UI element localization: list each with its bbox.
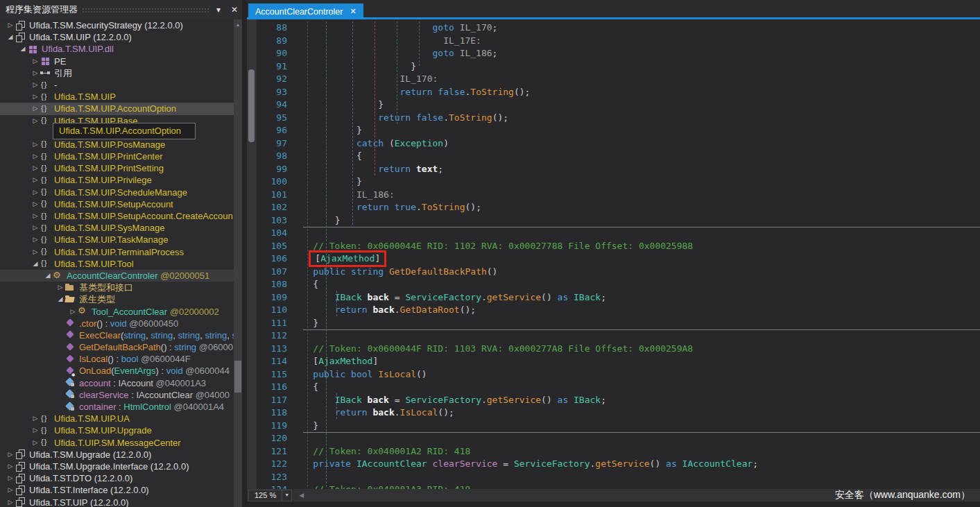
expander-collapsed-icon[interactable]: ▷ xyxy=(31,139,40,151)
code-line[interactable]: 117 IBack back = ServiceFactory.getServi… xyxy=(257,394,980,407)
expander-expanded-icon[interactable]: ◢ xyxy=(43,270,53,282)
code-pane[interactable]: 88 goto IL_170;89 IL_17E:90 goto IL_186;… xyxy=(257,19,980,489)
code-line[interactable]: 107 public string GetDefaultBackPath() xyxy=(257,266,980,279)
tree-scrollbar[interactable]: ▲ xyxy=(234,19,242,507)
expander-collapsed-icon[interactable]: ▷ xyxy=(31,151,40,162)
code-line[interactable]: 116 { xyxy=(257,381,980,394)
code-line[interactable]: 110 return back.GetDataRoot(); xyxy=(257,304,980,317)
code-line[interactable]: 102 return true.ToString(); xyxy=(257,201,980,214)
expander-collapsed-icon[interactable]: ▷ xyxy=(31,246,40,258)
scroll-up-icon[interactable]: ▲ xyxy=(234,22,242,27)
expander-collapsed-icon[interactable]: ▷ xyxy=(6,461,15,472)
scrollbar-thumb[interactable] xyxy=(248,69,255,142)
expander-expanded-icon[interactable]: ◢ xyxy=(18,43,28,55)
tree-row[interactable]: ▷Ufida.T.SM.Upgrade.Interface (12.2.0.0) xyxy=(0,461,234,472)
tree-row[interactable]: ▷Ufida.T.SM.UIP.PosManage xyxy=(0,139,234,151)
expander-collapsed-icon[interactable]: ▷ xyxy=(31,79,40,91)
tree-row[interactable]: account : IAccount @040001A3 xyxy=(0,377,234,389)
code-line[interactable]: 122 private IAccountClear clearService =… xyxy=(257,458,980,471)
expander-collapsed-icon[interactable]: ▷ xyxy=(6,497,15,507)
code-line[interactable]: 112 xyxy=(257,329,980,343)
expander-expanded-icon[interactable]: ◢ xyxy=(55,293,65,305)
tree-row[interactable]: ▷引用 xyxy=(0,67,234,79)
code-line[interactable]: 104 xyxy=(257,227,980,240)
code-line[interactable]: 103 } xyxy=(257,214,980,227)
expander-collapsed-icon[interactable]: ▷ xyxy=(31,174,40,186)
tree-row[interactable]: ▷Ufida.T.SM.UIP.PrintCenter xyxy=(0,151,234,162)
code-line[interactable]: 123 xyxy=(257,471,980,484)
expander-expanded-icon[interactable]: ◢ xyxy=(6,31,15,43)
panel-divider[interactable] xyxy=(242,0,247,507)
tree-row[interactable]: ▷Ufida.T.SM.UIP.UA xyxy=(0,413,234,424)
tree-row[interactable]: ▷Ufida.T.SM.UIP.Privilege xyxy=(0,174,234,186)
expander-collapsed-icon[interactable]: ▷ xyxy=(31,187,40,198)
tree-row[interactable]: clearService : IAccountClear @04000 xyxy=(0,389,234,401)
zoom-level[interactable]: 125 % xyxy=(248,490,282,501)
tree-row[interactable]: ▷Ufida.T.SM.SecurityStrategy (12.2.0.0) xyxy=(0,19,234,31)
code-line[interactable]: 96 } xyxy=(257,124,980,137)
code-line[interactable]: 99 return text; xyxy=(257,163,980,176)
tree-row[interactable]: ▷Ufida.T.SM.UIP xyxy=(0,91,234,103)
panel-header[interactable]: 程序集资源管理器 ▾ ✕ xyxy=(0,0,242,19)
expander-collapsed-icon[interactable]: ▷ xyxy=(31,103,40,114)
expander-collapsed-icon[interactable]: ▷ xyxy=(55,282,65,293)
code-line[interactable]: 120 xyxy=(257,432,980,445)
code-line[interactable]: 121 // Token: 0x040001A2 RID: 418 xyxy=(257,445,980,458)
code-line[interactable]: 114 [AjaxMethod] xyxy=(257,355,980,368)
expander-collapsed-icon[interactable]: ▷ xyxy=(31,210,40,222)
tree-row[interactable]: ▷Ufida.T.SM.UIP.TerminalProcess xyxy=(0,246,234,258)
tree-row[interactable]: GetDefaultBackPath() : string @06000 xyxy=(0,341,234,353)
code-line[interactable]: 124 // Token: 0x040001A3 RID: 419 xyxy=(257,483,980,489)
tree-row[interactable]: ◢派生类型 xyxy=(0,293,234,305)
code-line[interactable]: 97 catch (Exception) xyxy=(257,137,980,151)
tree-row[interactable]: ▷Ufida.T.SM.UIP.SysManage xyxy=(0,222,234,234)
expander-collapsed-icon[interactable]: ▷ xyxy=(6,449,15,461)
tree-row[interactable]: ▷Ufida.T.SM.UIP.ScheduleManage xyxy=(0,187,234,198)
tree-row[interactable]: ◢AccountClearControler @02000051 xyxy=(0,270,234,282)
tree-row[interactable]: ▷Ufida.T.SM.UIP.SetupAccount.CreateAccou… xyxy=(0,210,234,222)
tree-row[interactable]: ▷Ufida.T.ST.Interface (12.2.0.0) xyxy=(0,484,234,496)
expander-collapsed-icon[interactable]: ▷ xyxy=(31,437,40,449)
expander-collapsed-icon[interactable]: ▷ xyxy=(31,234,40,246)
assembly-tree[interactable]: ▷Ufida.T.SM.SecurityStrategy (12.2.0.0)◢… xyxy=(0,19,234,507)
code-line[interactable]: 108 { xyxy=(257,278,980,291)
tree-row[interactable]: IsLocal() : bool @0600044F xyxy=(0,353,234,365)
tree-row[interactable]: container : HtmlControl @040001A4 xyxy=(0,401,234,413)
close-icon[interactable]: ✕ xyxy=(230,5,239,15)
expander-collapsed-icon[interactable]: ▷ xyxy=(68,306,78,318)
code-line[interactable]: 113 // Token: 0x0600044F RID: 1103 RVA: … xyxy=(257,343,980,356)
code-line[interactable]: 101 IL_186: xyxy=(257,189,980,202)
expander-collapsed-icon[interactable]: ▷ xyxy=(31,91,40,103)
code-line[interactable]: 111 } xyxy=(257,317,980,330)
expander-collapsed-icon[interactable]: ▷ xyxy=(6,19,15,31)
expander-collapsed-icon[interactable]: ▷ xyxy=(31,198,40,210)
expander-collapsed-icon[interactable]: ▷ xyxy=(6,484,15,496)
tree-row[interactable]: OnLoad(EventArgs) : void @0600044 xyxy=(0,365,234,377)
scrollbar-thumb[interactable] xyxy=(234,361,241,393)
expander-collapsed-icon[interactable]: ▷ xyxy=(31,67,40,79)
code-line[interactable]: 92 IL_170: xyxy=(257,73,980,86)
code-line[interactable]: 98 { xyxy=(257,150,980,163)
tree-row[interactable]: ▷Ufida.T.SM.UIP.TaskManage xyxy=(0,234,234,246)
tree-row[interactable]: ◢Ufida.T.SM.UIP.Tool xyxy=(0,258,234,270)
tree-row[interactable]: ▷基类型和接口 xyxy=(0,282,234,293)
tree-row[interactable]: ▷Ufida.T.SM.UIP.Upgrade xyxy=(0,424,234,436)
code-line[interactable]: 95 return false.ToString(); xyxy=(257,112,980,125)
expander-collapsed-icon[interactable]: ▷ xyxy=(31,115,40,127)
code-line[interactable]: 100 } xyxy=(257,175,980,189)
code-line[interactable]: 89 IL_17E: xyxy=(257,35,980,48)
tab-accountclearcontroler[interactable]: AccountClearControler ✕ xyxy=(248,3,363,19)
tree-row[interactable]: ▷- xyxy=(0,79,234,91)
expander-collapsed-icon[interactable]: ▷ xyxy=(31,424,40,436)
code-line[interactable]: 93 return false.ToString(); xyxy=(257,86,980,99)
code-line[interactable]: 94 } xyxy=(257,98,980,112)
tab-close-icon[interactable]: ✕ xyxy=(350,7,356,16)
tree-row[interactable]: ▷Ufida.T.SM.UIP.PrintSetting xyxy=(0,162,234,174)
chevron-down-icon[interactable]: ▾ xyxy=(214,5,223,15)
code-line[interactable]: 106 [AjaxMethod] xyxy=(257,252,980,266)
expander-expanded-icon[interactable]: ◢ xyxy=(31,258,40,270)
tree-row[interactable]: ▷Ufida.T.UIP.SM.MessageCenter xyxy=(0,437,234,449)
tree-row[interactable]: ◢Ufida.T.SM.UIP (12.2.0.0) xyxy=(0,31,234,43)
tree-row[interactable]: ▷Ufida.T.SM.Upgrade (12.2.0.0) xyxy=(0,449,234,461)
code-line[interactable]: 90 goto IL_186; xyxy=(257,47,980,60)
